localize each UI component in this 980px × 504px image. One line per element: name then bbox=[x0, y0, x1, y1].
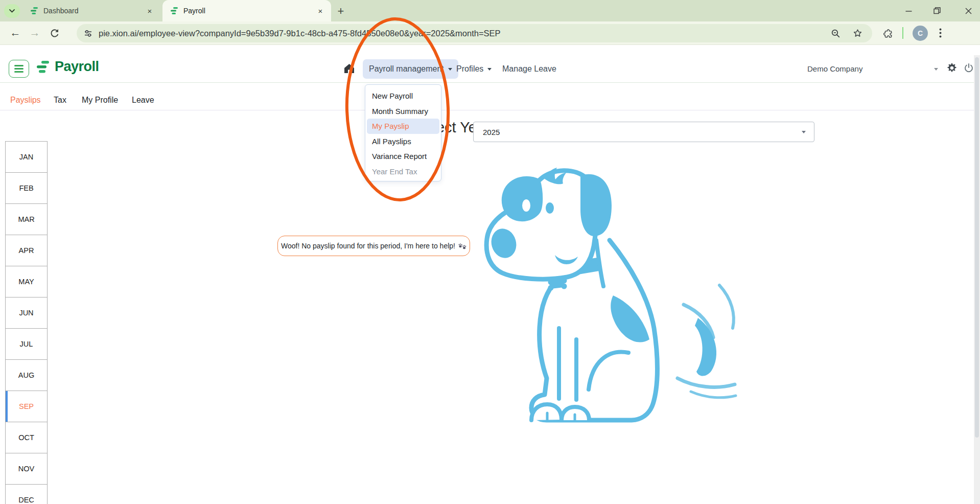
toolbar-divider bbox=[902, 27, 903, 39]
screen: Dashboard × Payroll × + bbox=[0, 0, 980, 504]
company-caret-icon[interactable] bbox=[934, 68, 938, 71]
window-close-button[interactable] bbox=[962, 4, 975, 17]
kebab-menu-icon bbox=[939, 28, 942, 38]
browser-tabstrip: Dashboard × Payroll × + bbox=[0, 0, 980, 21]
tab-leave[interactable]: Leave bbox=[132, 96, 154, 105]
browser-tab-dashboard[interactable]: Dashboard × bbox=[24, 3, 159, 18]
month-jul[interactable]: JUL bbox=[6, 329, 47, 360]
minimize-icon bbox=[905, 8, 912, 14]
new-tab-button[interactable]: + bbox=[333, 4, 348, 19]
site-settings-icon[interactable] bbox=[84, 29, 92, 38]
payroll-logo-icon bbox=[36, 59, 51, 75]
menu-item-all-payslips[interactable]: All Payslips bbox=[365, 134, 441, 149]
bookmark-star-icon[interactable] bbox=[852, 28, 863, 39]
tab-tax[interactable]: Tax bbox=[54, 96, 66, 105]
month-sidebar: JAN FEB MAR APR MAY JUN JUL AUG SEP OCT … bbox=[5, 141, 48, 504]
tab-title: Dashboard bbox=[43, 7, 144, 15]
year-select[interactable]: 2025 bbox=[473, 122, 814, 142]
paw-icon bbox=[458, 243, 466, 249]
reload-icon bbox=[50, 28, 59, 38]
menu-item-new-payroll[interactable]: New Payroll bbox=[365, 88, 441, 104]
tab-close-button[interactable]: × bbox=[315, 5, 326, 16]
month-dec[interactable]: DEC bbox=[6, 485, 47, 504]
dog-illustration bbox=[480, 158, 777, 447]
nav-profiles[interactable]: Profiles bbox=[456, 59, 492, 79]
scrollbar-thumb[interactable] bbox=[975, 57, 979, 438]
tab-my-profile[interactable]: My Profile bbox=[82, 96, 118, 105]
settings-gear-icon[interactable] bbox=[946, 62, 958, 76]
restore-icon bbox=[934, 7, 941, 14]
browser-menu-button[interactable] bbox=[933, 26, 947, 40]
tab-title: Payroll bbox=[183, 7, 315, 15]
page-tabs-divider bbox=[0, 110, 980, 110]
month-may[interactable]: MAY bbox=[6, 266, 47, 297]
url-bar[interactable]: pie.xion.ai/employee-view?companyId=9e5b… bbox=[77, 24, 872, 42]
month-jun[interactable]: JUN bbox=[6, 297, 47, 329]
url-text[interactable]: pie.xion.ai/employee-view?companyId=9e5b… bbox=[99, 29, 501, 38]
forward-button[interactable]: → bbox=[28, 26, 42, 40]
menu-item-year-end-tax[interactable]: Year End Tax bbox=[365, 164, 441, 179]
header-divider bbox=[0, 82, 980, 83]
empty-state-message: Woof! No payslip found for this period, … bbox=[277, 236, 470, 256]
hamburger-menu-button[interactable] bbox=[9, 60, 29, 78]
month-aug[interactable]: AUG bbox=[6, 360, 47, 391]
month-apr[interactable]: APR bbox=[6, 235, 47, 266]
back-button[interactable]: ← bbox=[8, 26, 22, 40]
page-scrollbar[interactable] bbox=[974, 55, 980, 504]
month-oct[interactable]: OCT bbox=[6, 422, 47, 453]
nav-payroll-management[interactable]: Payroll management bbox=[363, 59, 458, 79]
tab-search-button[interactable] bbox=[4, 4, 20, 18]
window-minimize-button[interactable] bbox=[902, 4, 915, 17]
app-logo: Payroll bbox=[36, 59, 99, 75]
caret-down-icon bbox=[448, 68, 452, 71]
zoom-icon[interactable] bbox=[830, 28, 841, 39]
puzzle-icon bbox=[883, 28, 894, 38]
profile-avatar[interactable]: C bbox=[913, 26, 928, 41]
menu-item-variance-report[interactable]: Variance Report bbox=[365, 149, 441, 164]
tab-payslips[interactable]: Payslips bbox=[10, 96, 41, 105]
month-nov[interactable]: NOV bbox=[6, 453, 47, 485]
app-logo-text: Payroll bbox=[55, 59, 99, 75]
month-sep-selected[interactable]: SEP bbox=[6, 391, 47, 422]
tab-close-button[interactable]: × bbox=[144, 5, 155, 16]
close-icon bbox=[965, 8, 972, 14]
extensions-icon[interactable] bbox=[881, 26, 895, 40]
payroll-management-dropdown: New Payroll Month Summary My Payslip All… bbox=[365, 84, 441, 181]
reload-button[interactable] bbox=[47, 26, 61, 40]
year-select-value: 2025 bbox=[483, 128, 500, 136]
month-feb[interactable]: FEB bbox=[6, 173, 47, 204]
company-name: Demo Company bbox=[807, 64, 862, 73]
chevron-down-icon bbox=[9, 9, 15, 13]
nav-manage-leave[interactable]: Manage Leave bbox=[502, 59, 556, 79]
menu-item-month-summary[interactable]: Month Summary bbox=[365, 104, 441, 119]
site-favicon bbox=[171, 7, 178, 15]
menu-item-my-payslip[interactable]: My Payslip bbox=[367, 119, 439, 134]
caret-down-icon bbox=[802, 131, 806, 133]
window-restore-button[interactable] bbox=[930, 4, 944, 17]
month-mar[interactable]: MAR bbox=[6, 204, 47, 235]
month-jan[interactable]: JAN bbox=[6, 142, 47, 173]
site-favicon bbox=[31, 7, 38, 15]
caret-down-icon bbox=[487, 68, 492, 71]
logout-power-icon[interactable] bbox=[964, 63, 974, 75]
home-icon[interactable] bbox=[343, 63, 355, 76]
browser-tab-payroll[interactable]: Payroll × bbox=[162, 0, 331, 21]
